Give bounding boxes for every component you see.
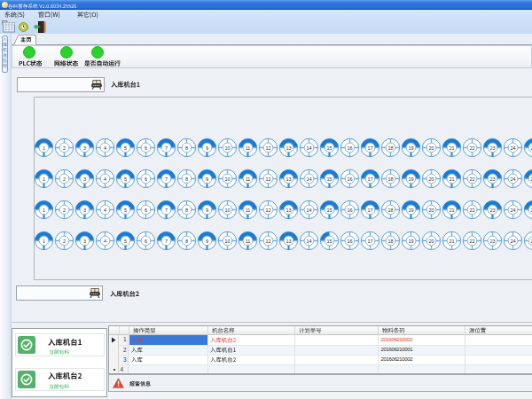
- svg-text:6: 6: [145, 207, 147, 213]
- svg-text:11: 11: [246, 145, 251, 151]
- svg-text:17: 17: [367, 207, 372, 213]
- svg-text:24: 24: [510, 239, 515, 244]
- svg-text:6: 6: [145, 239, 147, 244]
- svg-text:22: 22: [469, 239, 474, 244]
- svg-text:2: 2: [63, 239, 66, 244]
- svg-text:5: 5: [124, 207, 127, 213]
- svg-text:14: 14: [306, 176, 311, 182]
- svg-text:2: 2: [63, 145, 66, 151]
- svg-text:18: 18: [387, 207, 393, 213]
- svg-text:20: 20: [428, 207, 434, 213]
- svg-text:3: 3: [83, 145, 86, 151]
- svg-text:24: 24: [510, 176, 515, 182]
- svg-text:7: 7: [165, 176, 168, 182]
- svg-text:18: 18: [387, 239, 393, 244]
- svg-text:13: 13: [286, 207, 291, 213]
- svg-text:23: 23: [489, 145, 495, 151]
- svg-text:7: 7: [165, 145, 168, 151]
- svg-text:12: 12: [265, 176, 270, 182]
- svg-text:15: 15: [326, 207, 332, 213]
- svg-text:5: 5: [124, 176, 127, 182]
- svg-text:3: 3: [83, 239, 86, 244]
- svg-text:21: 21: [449, 176, 454, 182]
- svg-text:8: 8: [185, 207, 188, 213]
- svg-text:23: 23: [489, 207, 495, 213]
- svg-text:5: 5: [124, 145, 127, 151]
- svg-text:16: 16: [347, 239, 352, 244]
- svg-text:8: 8: [185, 145, 188, 151]
- svg-text:19: 19: [408, 145, 413, 151]
- svg-text:15: 15: [326, 239, 332, 244]
- svg-text:19: 19: [408, 207, 413, 213]
- svg-text:6: 6: [145, 176, 147, 182]
- svg-text:4: 4: [104, 239, 106, 244]
- svg-text:18: 18: [387, 145, 393, 151]
- svg-text:24: 24: [510, 207, 515, 213]
- svg-text:15: 15: [326, 176, 332, 182]
- svg-text:7: 7: [165, 239, 168, 244]
- svg-text:19: 19: [408, 239, 413, 244]
- svg-text:21: 21: [449, 239, 454, 244]
- svg-text:9: 9: [206, 207, 208, 213]
- svg-text:15: 15: [326, 145, 332, 151]
- svg-text:14: 14: [306, 239, 311, 244]
- svg-text:2: 2: [63, 176, 66, 182]
- svg-text:13: 13: [286, 239, 291, 244]
- svg-text:14: 14: [306, 207, 311, 213]
- svg-text:7: 7: [165, 207, 168, 213]
- svg-text:17: 17: [367, 145, 372, 151]
- svg-text:1: 1: [43, 239, 45, 244]
- svg-text:11: 11: [246, 176, 251, 182]
- svg-text:13: 13: [286, 145, 291, 151]
- svg-text:17: 17: [367, 239, 372, 244]
- svg-text:12: 12: [265, 145, 270, 151]
- svg-text:23: 23: [489, 239, 495, 244]
- svg-text:10: 10: [224, 176, 230, 182]
- svg-text:4: 4: [104, 145, 106, 151]
- svg-text:19: 19: [408, 176, 413, 182]
- svg-text:3: 3: [83, 176, 86, 182]
- svg-text:4: 4: [104, 207, 106, 213]
- svg-text:9: 9: [206, 239, 208, 244]
- svg-text:4: 4: [104, 176, 106, 182]
- svg-text:12: 12: [265, 239, 270, 244]
- svg-text:1: 1: [43, 207, 45, 213]
- svg-text:22: 22: [469, 176, 474, 182]
- svg-text:21: 21: [449, 145, 454, 151]
- svg-text:17: 17: [367, 176, 372, 182]
- svg-text:24: 24: [510, 145, 515, 151]
- svg-text:16: 16: [347, 207, 352, 213]
- svg-text:6: 6: [145, 145, 147, 151]
- svg-text:20: 20: [428, 239, 434, 244]
- svg-text:23: 23: [489, 176, 495, 182]
- svg-text:9: 9: [206, 176, 208, 182]
- svg-text:11: 11: [246, 239, 251, 244]
- svg-text:8: 8: [185, 176, 188, 182]
- svg-text:5: 5: [124, 239, 127, 244]
- svg-text:22: 22: [469, 145, 474, 151]
- svg-text:21: 21: [449, 207, 454, 213]
- svg-text:8: 8: [185, 239, 188, 244]
- svg-text:2: 2: [63, 207, 66, 213]
- svg-text:18: 18: [387, 176, 393, 182]
- svg-text:13: 13: [286, 176, 291, 182]
- svg-text:1: 1: [43, 176, 45, 182]
- svg-text:20: 20: [428, 145, 434, 151]
- svg-text:22: 22: [469, 207, 474, 213]
- svg-text:1: 1: [43, 145, 45, 151]
- svg-text:11: 11: [246, 207, 251, 213]
- svg-text:12: 12: [265, 207, 270, 213]
- svg-text:10: 10: [224, 145, 230, 151]
- svg-text:10: 10: [224, 239, 230, 244]
- svg-text:14: 14: [306, 145, 311, 151]
- svg-text:9: 9: [206, 145, 208, 151]
- svg-text:20: 20: [428, 176, 434, 182]
- svg-text:16: 16: [347, 145, 352, 151]
- svg-text:16: 16: [347, 176, 352, 182]
- svg-text:3: 3: [83, 207, 86, 213]
- svg-text:10: 10: [224, 207, 230, 213]
